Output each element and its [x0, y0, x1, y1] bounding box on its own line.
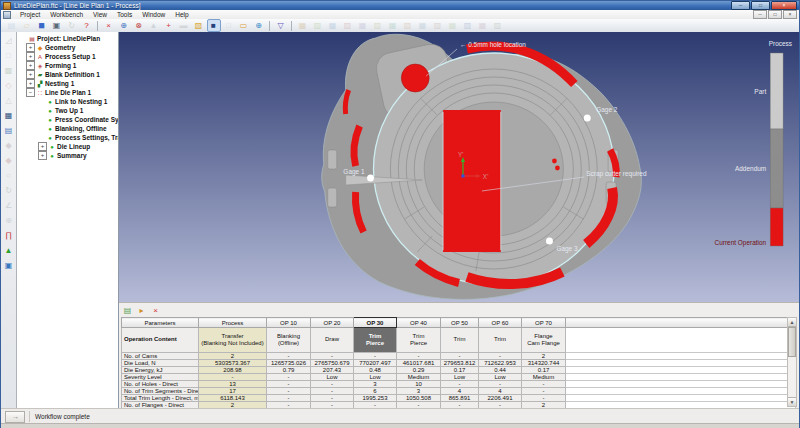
parameter-value-cell[interactable]: Low — [354, 374, 397, 381]
expander-icon[interactable]: + — [38, 151, 47, 160]
parameter-value-cell[interactable]: Low — [311, 374, 354, 381]
operation-content-cell[interactable]: Flange Cam Flange — [522, 328, 566, 353]
mdi-restore-button[interactable]: □ — [768, 10, 782, 19]
operation-content-cell[interactable]: Trim — [479, 328, 522, 353]
parameter-value-cell[interactable]: 2 — [199, 353, 267, 360]
save-icon[interactable]: ◼ — [35, 19, 49, 32]
parameter-value-cell[interactable]: - — [267, 353, 311, 360]
column-header-op-10[interactable]: OP 10 — [267, 318, 311, 328]
parameter-value-cell[interactable]: - — [522, 381, 566, 388]
parameter-value-cell[interactable]: 0.44 — [479, 367, 522, 374]
edit-table-icon[interactable]: ▤ — [122, 305, 133, 316]
parameter-value-cell[interactable]: 207.43 — [311, 367, 354, 374]
close-button[interactable]: × — [771, 1, 797, 10]
tree-item[interactable]: ●Blanking, Offline — [17, 124, 118, 133]
parameter-value-cell[interactable]: 1995.253 — [354, 395, 397, 402]
zoom-tool-icon[interactable]: ⊕ — [3, 215, 15, 227]
report-notebook-icon[interactable]: ▤ — [3, 125, 15, 137]
snapshot-camera-icon[interactable]: ▣ — [50, 19, 64, 32]
parameter-value-cell[interactable]: Medium — [397, 374, 441, 381]
workflow-step-8-icon[interactable]: ▨ — [401, 19, 415, 32]
box-3d-view-icon[interactable]: ▧ — [192, 19, 206, 32]
table-scrollbar[interactable]: ▲ ▼ — [787, 317, 797, 407]
tree-item[interactable]: ▤Project: LineDiePlan — [17, 34, 118, 43]
part-tree-icon[interactable]: ▲ — [3, 245, 15, 257]
parameter-value-cell[interactable]: - — [354, 353, 397, 360]
surface-tool-icon[interactable]: ▩ — [3, 65, 15, 77]
parameter-value-cell[interactable]: - — [267, 395, 311, 402]
parameter-value-cell[interactable]: - — [397, 353, 441, 360]
pan-icon[interactable]: + — [162, 19, 176, 32]
tree-item[interactable]: +●Summary — [17, 151, 118, 160]
menu-view[interactable]: View — [88, 10, 112, 19]
parameter-value-cell[interactable]: 4 — [441, 388, 479, 395]
workflow-step-7-icon[interactable]: ▦ — [386, 19, 400, 32]
parameter-value-cell[interactable]: 1050.508 — [397, 395, 441, 402]
parameter-value-cell[interactable]: 3 — [397, 388, 441, 395]
diamond-tool-2-icon[interactable]: ◆ — [3, 155, 15, 167]
menu-help[interactable]: Help — [170, 10, 193, 19]
column-header-parameters[interactable]: Parameters — [122, 318, 199, 328]
parameter-value-cell[interactable]: 0.17 — [441, 367, 479, 374]
parameter-value-cell[interactable]: 865.891 — [441, 395, 479, 402]
parameter-value-cell[interactable]: 1265735.026 — [267, 360, 311, 367]
parameter-value-cell[interactable]: 6118.143 — [199, 395, 267, 402]
parameter-value-cell[interactable]: Medium — [522, 374, 566, 381]
parameter-value-cell[interactable]: 712622.953 — [479, 360, 522, 367]
scroll-up-icon[interactable]: ▲ — [788, 318, 796, 327]
expander-icon[interactable]: + — [26, 52, 35, 61]
column-header-process[interactable]: Process — [199, 318, 267, 328]
workflow-step-14-icon[interactable]: ▨ — [491, 19, 505, 32]
zoom-in-icon[interactable]: ⊕ — [117, 19, 131, 32]
parameter-value-cell[interactable]: 5303573.367 — [199, 360, 267, 367]
parameter-value-cell[interactable]: 461017.681 — [397, 360, 441, 367]
workflow-step-1-icon[interactable]: ▦ — [296, 19, 310, 32]
tree-item[interactable]: +▰Blank Definition 1 — [17, 70, 118, 79]
parameter-value-cell[interactable]: 0.17 — [522, 367, 566, 374]
parameter-value-cell[interactable]: 2206.491 — [479, 395, 522, 402]
parameter-value-cell[interactable]: 2765750.679 — [311, 360, 354, 367]
parameter-value-cell[interactable]: - — [311, 388, 354, 395]
diamond-tool-icon[interactable]: ◆ — [3, 140, 15, 152]
rotate-tool-icon[interactable]: ○ — [3, 170, 15, 182]
menu-window[interactable]: Window — [137, 10, 170, 19]
parameter-value-cell[interactable]: 4 — [479, 388, 522, 395]
find-zoom-icon[interactable]: ⊕ — [252, 19, 266, 32]
parameter-value-cell[interactable]: 3 — [354, 381, 397, 388]
align-view-icon[interactable]: ▬ — [177, 19, 191, 32]
parameter-value-cell[interactable]: - — [522, 395, 566, 402]
parameter-value-cell[interactable]: Low — [479, 374, 522, 381]
delete-operation-icon[interactable]: × — [150, 305, 161, 316]
parameter-value-cell[interactable]: 0.48 — [354, 367, 397, 374]
workflow-step-6-icon[interactable]: ▨ — [371, 19, 385, 32]
trim-tool-icon[interactable]: ◇ — [3, 80, 15, 92]
workflow-step-13-icon[interactable]: ▦ — [476, 19, 490, 32]
sketch-tool-icon[interactable]: ◿ — [3, 35, 15, 47]
column-header-op-20[interactable]: OP 20 — [311, 318, 354, 328]
isometric-view-icon[interactable]: ▲ — [147, 19, 161, 32]
rectangle-tool-icon[interactable]: □ — [3, 50, 15, 62]
measure-line-icon[interactable]: ∠ — [3, 200, 15, 212]
tree-item[interactable]: ●Press Coordinate System — [17, 115, 118, 124]
expander-icon[interactable]: + — [26, 61, 35, 70]
display-monitor-icon[interactable]: ▦ — [3, 110, 15, 122]
parameter-value-cell[interactable]: 279653.812 — [441, 360, 479, 367]
parameter-value-cell[interactable]: - — [441, 353, 479, 360]
workflow-step-4-icon[interactable]: ▨ — [341, 19, 355, 32]
workflow-step-12-icon[interactable]: ▨ — [461, 19, 475, 32]
die-view-canvas[interactable]: Y' X' Gage 1 Gage 2 Gage 3 ← 0.5mm hole … — [119, 32, 799, 302]
expander-icon[interactable]: + — [26, 70, 35, 79]
parameter-value-cell[interactable]: 2 — [522, 353, 566, 360]
parameter-value-cell[interactable]: - — [479, 353, 522, 360]
parameter-value-cell[interactable]: - — [311, 381, 354, 388]
mdi-close-button[interactable]: × — [783, 10, 797, 19]
expander-icon[interactable]: + — [26, 79, 35, 88]
parameter-value-cell[interactable]: Low — [441, 374, 479, 381]
minimize-button[interactable]: ─ — [731, 1, 750, 10]
column-header-op-30[interactable]: OP 30 — [354, 318, 397, 328]
tree-item[interactable]: ●Process Settings, Transfer — [17, 133, 118, 142]
parameter-value-cell[interactable]: 208.98 — [199, 367, 267, 374]
expander-icon[interactable]: + — [38, 142, 47, 151]
parameter-value-cell[interactable]: 17 — [199, 388, 267, 395]
gage-3-marker[interactable] — [546, 238, 553, 245]
